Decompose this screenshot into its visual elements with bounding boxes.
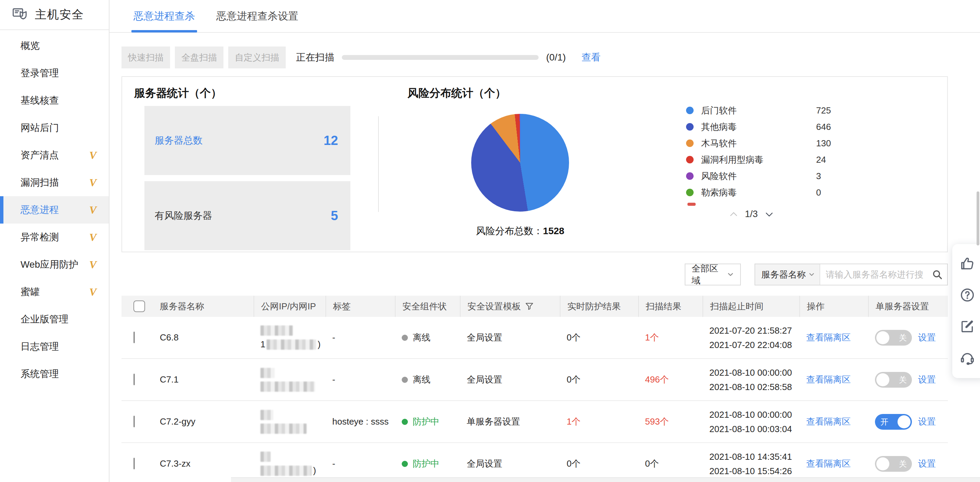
- sidebar-item-asset-inventory[interactable]: 资产清点V: [0, 141, 109, 169]
- select-all-checkbox[interactable]: [134, 300, 145, 312]
- per-server-toggle[interactable]: 关: [875, 456, 912, 472]
- full-scan-button[interactable]: 全盘扫描: [175, 46, 223, 68]
- per-server-toggle[interactable]: 关: [875, 372, 912, 388]
- settings-link[interactable]: 设置: [918, 416, 936, 428]
- ip-fragment: ): [318, 339, 321, 350]
- search-icon: [932, 269, 943, 280]
- sidebar-item-badge: V: [89, 258, 97, 271]
- scan-progress-count: (0/1): [546, 52, 566, 63]
- server-name: C7.3-zx: [160, 458, 253, 469]
- settings-link[interactable]: 设置: [918, 331, 936, 344]
- sidebar-item-log-mgmt[interactable]: 日志管理: [0, 333, 109, 360]
- app-title: 主机安全: [35, 7, 84, 22]
- app-logo: 主机安全: [0, 0, 109, 30]
- scan-view-link[interactable]: 查看: [582, 51, 601, 64]
- toggle-state-label: 关: [899, 332, 907, 343]
- chevron-down-icon: [727, 270, 735, 279]
- legend-item-clipped: [687, 203, 696, 206]
- table-row: C7.2-gyy hosteye : ssss 防护中 单服务器设置 1个 59…: [121, 401, 948, 443]
- per-server-toggle[interactable]: 开: [875, 414, 912, 430]
- legend-label: 风险软件: [701, 170, 737, 182]
- thumbs-up-button[interactable]: [959, 253, 975, 274]
- sidebar-item-label: 恶意进程: [21, 203, 59, 216]
- sidebar-item-baseline-check[interactable]: 基线核查: [0, 87, 109, 114]
- sidebar-item-badge: V: [89, 231, 97, 244]
- legend-label: 其他病毒: [701, 121, 737, 133]
- tab-malicious-process-scan[interactable]: 恶意进程查杀: [134, 0, 195, 32]
- view-quarantine-link[interactable]: 查看隔离区: [806, 458, 851, 469]
- view-quarantine-link[interactable]: 查看隔离区: [806, 332, 851, 342]
- row-checkbox-cell: [121, 416, 160, 427]
- row-checkbox[interactable]: [134, 331, 135, 343]
- scan-end-time: 2021-08-10 02:58:58: [710, 381, 795, 393]
- sidebar-item-badge: V: [89, 286, 97, 298]
- view-quarantine-link[interactable]: 查看隔离区: [806, 416, 851, 427]
- col-scan-result: 扫描结果: [638, 296, 703, 317]
- server-tag: -: [325, 458, 395, 469]
- realtime-result: 0个: [560, 331, 638, 344]
- table-row: C6.8 1) - 离线 全局设置 0个 1个 2021-07-20 21:58…: [121, 317, 948, 359]
- legend-page-up-icon[interactable]: [729, 209, 739, 219]
- legend-dot: [686, 189, 694, 196]
- custom-scan-button[interactable]: 自定义扫描: [228, 46, 286, 68]
- panel-divider: [378, 116, 379, 212]
- toggle-knob: [876, 373, 889, 386]
- sidebar-item-honeypot[interactable]: 蜜罐V: [0, 278, 109, 306]
- row-checkbox[interactable]: [134, 458, 135, 469]
- tab-malicious-process-scan-settings[interactable]: 恶意进程查杀设置: [216, 0, 298, 32]
- settings-link[interactable]: 设置: [918, 458, 936, 470]
- feedback-button[interactable]: [959, 316, 975, 337]
- status-text: 防护中: [413, 416, 439, 428]
- settings-link[interactable]: 设置: [918, 374, 936, 385]
- risk-total: 风险分布总数：1528: [465, 225, 576, 238]
- sidebar-item-enterprise-mgmt[interactable]: 企业版管理: [0, 306, 109, 333]
- legend-label: 木马软件: [701, 138, 737, 149]
- sidebar-item-login-mgmt[interactable]: 登录管理: [0, 59, 109, 87]
- support-button[interactable]: [959, 347, 975, 368]
- agent-status: 离线: [395, 374, 460, 385]
- search-field-select[interactable]: 服务器名称: [755, 264, 820, 285]
- scan-start-time: 2021-08-10 00:00:00: [710, 367, 795, 379]
- sidebar-item-web-app-protection[interactable]: Web应用防护V: [0, 251, 109, 278]
- search-button[interactable]: [927, 264, 947, 285]
- risky-server-card[interactable]: 有风险服务器 5: [145, 181, 350, 250]
- search-input[interactable]: [820, 264, 927, 285]
- row-checkbox-cell: [121, 374, 160, 385]
- legend-page-down-icon[interactable]: [764, 209, 774, 219]
- scan-progress-bar: [342, 55, 539, 60]
- sidebar-item-vuln-scan[interactable]: 漏洞扫描V: [0, 169, 109, 196]
- server-total-label: 服务器总数: [155, 134, 202, 147]
- status-dot-protected: [402, 461, 408, 467]
- actions-cell: 查看隔离区: [799, 416, 868, 428]
- server-tag: -: [325, 332, 395, 343]
- row-checkbox[interactable]: [134, 374, 135, 385]
- view-quarantine-link[interactable]: 查看隔离区: [806, 374, 851, 385]
- sidebar-item-system-mgmt[interactable]: 系统管理: [0, 360, 109, 388]
- sidebar-item-label: 蜜罐: [21, 285, 40, 298]
- legend-dot: [686, 107, 694, 114]
- scan-toolbar: 快速扫描 全盘扫描 自定义扫描 正在扫描 (0/1) 查看: [121, 46, 948, 68]
- tab-label: 恶意进程查杀: [134, 9, 195, 23]
- scan-start-time: 2021-08-10 00:00:00: [710, 409, 795, 420]
- sidebar-item-malicious-process[interactable]: 恶意进程V: [0, 196, 109, 224]
- vertical-scrollbar-thumb[interactable]: [977, 192, 979, 246]
- toggle-knob: [876, 331, 889, 344]
- sidebar-item-overview[interactable]: 概览: [0, 32, 109, 59]
- col-agent-status: 安全组件状: [395, 296, 460, 317]
- quick-scan-button[interactable]: 快速扫描: [121, 46, 170, 68]
- server-total-card[interactable]: 服务器总数 12: [145, 106, 350, 175]
- row-checkbox[interactable]: [134, 416, 135, 427]
- legend-item: 风险软件3: [686, 168, 843, 184]
- scan-end-time: 2021-08-10 00:03:04: [710, 423, 795, 435]
- filter-funnel-icon[interactable]: [525, 302, 534, 311]
- risk-total-value: 1528: [543, 226, 564, 236]
- sidebar-item-anomaly-detection[interactable]: 异常检测V: [0, 224, 109, 251]
- ip-fragment: ): [313, 465, 316, 476]
- per-server-toggle[interactable]: 关: [875, 330, 912, 346]
- legend-value: 130: [816, 138, 831, 149]
- region-filter-select[interactable]: 全部区域: [685, 263, 741, 285]
- sidebar-item-web-backdoor[interactable]: 网站后门: [0, 114, 109, 141]
- help-button[interactable]: [959, 284, 975, 306]
- legend-item: 木马软件130: [686, 135, 843, 151]
- server-ip-redacted: [253, 368, 325, 392]
